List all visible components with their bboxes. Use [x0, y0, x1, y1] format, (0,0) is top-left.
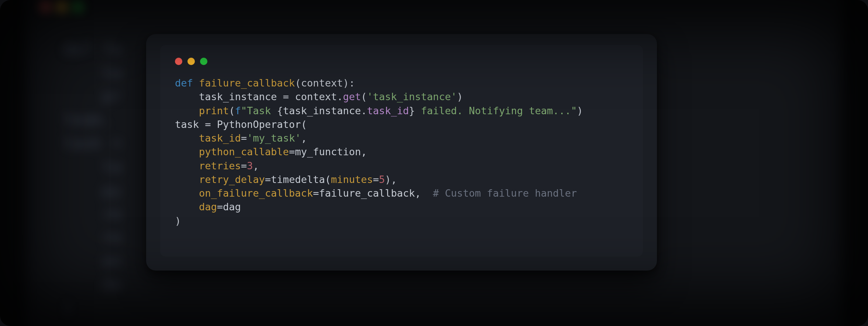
- code-token: get: [343, 91, 361, 102]
- code-token: 3: [247, 160, 253, 172]
- code-token: [175, 187, 199, 199]
- code-token: =: [373, 174, 379, 185]
- code-token: .: [337, 91, 343, 102]
- code-token: minutes: [331, 174, 373, 185]
- code-token: task_instance: [283, 105, 361, 116]
- code-token: [175, 132, 199, 144]
- screenshot-stage: def fa ta pr team. task = ta py re re on…: [0, 0, 868, 326]
- code-token: (: [361, 91, 367, 102]
- code-token: ,: [253, 160, 259, 172]
- code-token: 'task_instance': [367, 91, 457, 102]
- code-card: def failure_callback(context): task_inst…: [146, 34, 657, 271]
- code-token: ): [175, 215, 181, 227]
- code-token: dag: [199, 201, 217, 213]
- background-traffic-lights: [41, 1, 83, 11]
- bg-minimize-icon: [57, 1, 66, 11]
- code-token: task: [175, 119, 205, 130]
- code-token: "Task: [241, 105, 277, 116]
- code-token: # Custom failure handler: [433, 187, 577, 199]
- code-token: [175, 105, 199, 116]
- code-token: =: [217, 201, 223, 213]
- code-token: dag: [223, 201, 241, 213]
- zoom-icon[interactable]: [200, 58, 207, 65]
- code-token: [175, 160, 199, 172]
- code-token: context: [289, 91, 337, 102]
- code-token: PythonOperator(: [211, 119, 307, 130]
- code-token: ": [571, 105, 577, 116]
- code-token: =: [205, 119, 211, 130]
- code-block: def failure_callback(context): task_inst…: [175, 76, 628, 228]
- code-token: 5: [379, 174, 385, 185]
- code-token: retries: [199, 160, 241, 172]
- code-token: =: [241, 160, 247, 172]
- code-inner-panel: def failure_callback(context): task_inst…: [160, 45, 643, 257]
- code-token: [175, 174, 199, 185]
- code-token: =: [283, 91, 289, 102]
- code-token: (context):: [295, 77, 355, 89]
- code-token: =: [313, 187, 319, 199]
- code-token: }: [409, 105, 415, 116]
- code-token: failure_callback: [199, 77, 295, 89]
- code-token: f: [235, 105, 241, 116]
- code-token: task_id: [367, 105, 409, 116]
- code-token: ): [457, 91, 463, 102]
- code-token: =: [265, 174, 271, 185]
- bg-close-icon: [41, 1, 50, 11]
- code-token: =: [241, 132, 247, 144]
- code-token: ),: [385, 174, 397, 185]
- code-token: retry_delay: [199, 174, 265, 185]
- code-token: [175, 201, 199, 213]
- code-token: ): [577, 105, 583, 116]
- code-token: print: [199, 105, 229, 116]
- code-token: failure_callback,: [319, 187, 433, 199]
- minimize-icon[interactable]: [187, 58, 195, 65]
- code-token: task_instance: [175, 91, 283, 102]
- code-token: 'my_task': [247, 132, 301, 144]
- traffic-lights: [175, 58, 628, 65]
- code-token: [175, 146, 199, 157]
- code-token: my_function,: [295, 146, 367, 157]
- code-token: failed. Notifying team...: [415, 105, 571, 116]
- code-token: {: [277, 105, 283, 116]
- code-token: def: [175, 77, 199, 89]
- background-ghost-code: def fa ta pr team. task = ta py re re on…: [63, 37, 121, 320]
- code-token: .: [361, 105, 367, 116]
- code-token: task_id: [199, 132, 241, 144]
- code-token: python_callable: [199, 146, 289, 157]
- code-token: =: [289, 146, 295, 157]
- close-icon[interactable]: [175, 58, 182, 65]
- code-token: timedelta(: [271, 174, 331, 185]
- code-token: ,: [301, 132, 307, 144]
- code-token: on_failure_callback: [199, 187, 313, 199]
- code-token: (: [229, 105, 235, 116]
- bg-zoom-icon: [73, 1, 83, 11]
